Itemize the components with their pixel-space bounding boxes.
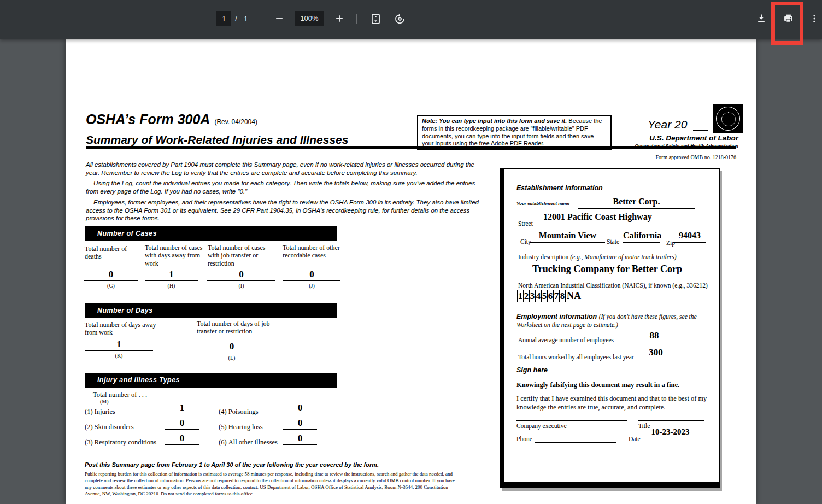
company-executive-line [516, 420, 627, 421]
intro-paragraph-1: All establishments covered by Part 1904 … [86, 161, 483, 177]
employees-label: Annual average number of employees [518, 337, 614, 343]
poisonings-value: 0 [283, 402, 317, 414]
respiratory-value: 0 [165, 433, 199, 445]
establishment-header: Establishment information [516, 184, 603, 192]
cases-other-letter: (J) [283, 283, 340, 289]
row-num: (3) [85, 438, 93, 446]
post-summary-note: Post this Summary page from February 1 t… [85, 461, 379, 468]
cases-transfer-letter: (I) [207, 283, 275, 289]
days-away-label: Total number of days away from work [85, 321, 167, 337]
fit-to-page-button[interactable] [367, 11, 384, 26]
city-value: Mountain View [530, 231, 605, 243]
cases-other-field: 0 (J) [283, 269, 340, 289]
certify-statement: I certify that I have examined this docu… [516, 394, 709, 412]
days-away-letter: (K) [85, 353, 153, 359]
cases-days-away-label: Total number of cases with days away fro… [145, 244, 208, 267]
days-away-value: 1 [85, 339, 153, 351]
industry-description-label: Industry description (e.g., Manufacture … [518, 254, 677, 260]
days-transfer-label: Total number of days of job transfer or … [197, 320, 290, 336]
row-num: (2) [85, 423, 93, 431]
cases-deaths-label: Total number of deaths [85, 245, 139, 261]
download-icon [756, 13, 767, 24]
cases-days-away-value: 1 [145, 269, 198, 281]
page-number-input[interactable] [216, 11, 231, 26]
download-button[interactable] [753, 11, 770, 26]
cases-transfer-value: 0 [207, 269, 275, 281]
row-label: Hearing loss [228, 423, 263, 431]
employees-value: 88 [637, 330, 671, 343]
zoom-in-button[interactable] [331, 11, 348, 26]
cases-deaths-value: 0 [84, 269, 138, 281]
toolbar-separator [263, 14, 263, 24]
title-line [638, 420, 704, 421]
row-num: (1) [85, 408, 93, 415]
toolbar-separator [356, 14, 357, 24]
fit-to-page-icon [370, 13, 381, 25]
cases-deaths-field: 0 (G) [84, 269, 138, 289]
row-num: (4) [219, 408, 227, 415]
page-divider: / [235, 14, 237, 24]
state-label: State [607, 238, 619, 245]
page-total: 1 [244, 14, 248, 24]
row-label: Skin disorders [95, 423, 134, 431]
department-label: U.S. Department of Labor [530, 134, 738, 142]
days-transfer-field: 0 (L) [196, 341, 268, 361]
pdf-page: OSHA’s Form 300A(Rev. 04/2004) Summary o… [66, 39, 756, 504]
phone-line [535, 442, 616, 443]
intro-paragraph-3: Employees, former employees, and their r… [86, 198, 483, 222]
zoom-level[interactable]: 100% [295, 11, 324, 26]
cases-days-away-field: 1 (H) [145, 269, 198, 289]
cases-deaths-letter: (G) [84, 283, 138, 289]
row-label: Poisonings [228, 408, 259, 415]
pdf-toolbar: / 1 100% [0, 0, 822, 39]
naics-field: 1 2 3 4 5 6 7 8 NA [517, 290, 581, 302]
establishment-box: Establishment information Your establish… [500, 168, 720, 488]
cases-other-label: Total number of other recordable cases [283, 244, 342, 260]
department-sub-label: Occupational Safety and Health Administr… [530, 143, 738, 149]
intro-paragraphs: All establishments covered by Part 1904 … [86, 161, 483, 222]
print-button[interactable] [780, 11, 796, 26]
row-label: Injuries [95, 408, 115, 415]
cases-transfer-label: Total number of cases with job transfer … [208, 244, 274, 267]
rotate-button[interactable] [391, 11, 408, 26]
street-value: 12001 Pacific Coast Highway [537, 212, 694, 224]
hours-value: 300 [639, 347, 672, 360]
establishment-name-value: Better Corp. [578, 197, 695, 209]
dol-seal-icon [713, 104, 743, 133]
naics-digit: 8 [559, 290, 566, 302]
reporting-burden-text: Public reporting burden for this collect… [85, 471, 462, 497]
more-options-button[interactable] [806, 11, 822, 26]
year-label: Year 20 [648, 118, 687, 131]
form-subtitle: Summary of Work-Related Injuries and Ill… [86, 133, 348, 146]
naics-label: North American Industrial Classification… [518, 282, 708, 289]
rotate-counterclockwise-icon [394, 13, 406, 25]
naics-suffix: NA [567, 290, 581, 302]
city-label: City [520, 238, 531, 245]
phone-label: Phone [516, 436, 532, 442]
zoom-out-icon [274, 13, 285, 24]
zoom-out-button[interactable] [271, 11, 287, 26]
company-executive-label: Company executive [516, 423, 567, 429]
omb-approval: Form approved OMB no. 1218-0176 [557, 154, 736, 160]
illness-row: (3) Respiratory conditions 0 (6) All oth… [85, 433, 321, 450]
row-label: All other illnesses [228, 438, 278, 446]
days-transfer-value: 0 [196, 341, 268, 353]
street-label: Street [518, 220, 533, 227]
row-label: Respiratory conditions [95, 438, 157, 446]
types-total-label: Total number of . . . [93, 391, 147, 399]
zip-value: 94043 [673, 231, 706, 243]
days-away-field: 1 (K) [85, 339, 153, 359]
row-num: (6) [219, 438, 227, 446]
printer-icon [783, 13, 794, 25]
section-header-injury-illness-types: Injury and Illness Types [85, 373, 337, 388]
intro-paragraph-2: Using the Log, count the individual entr… [86, 179, 483, 195]
skin-disorders-value: 0 [165, 418, 199, 430]
falsification-warning: Knowingly falsifying this document may r… [516, 381, 679, 389]
hours-label: Total hours worked by all employees last… [518, 354, 634, 360]
zip-label: Zip [666, 239, 675, 246]
cases-other-value: 0 [283, 269, 340, 281]
form-revision: (Rev. 04/2004) [214, 118, 257, 126]
form-title-text: OSHA’s Form 300A [86, 112, 210, 127]
section-header-number-of-cases: Number of Cases [85, 226, 337, 241]
establishment-name-label: Your establishment name [516, 201, 569, 206]
